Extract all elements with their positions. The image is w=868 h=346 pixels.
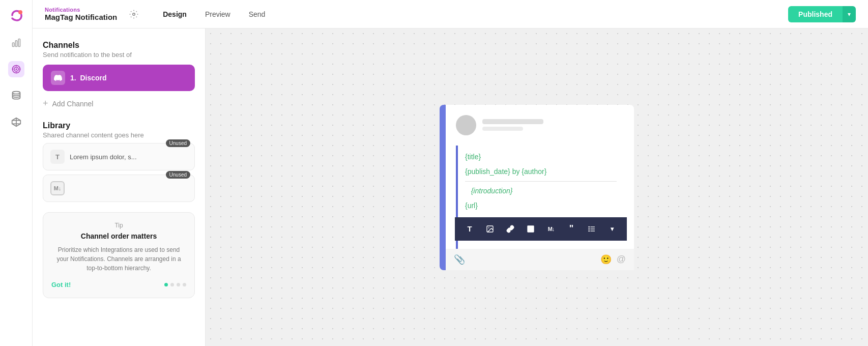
tip-dot-4 (183, 283, 186, 286)
attach-icon[interactable]: 📎 (454, 254, 465, 265)
svg-point-7 (15, 68, 17, 70)
nav-send[interactable]: Send (241, 7, 274, 21)
discord-message-header (456, 115, 624, 135)
tip-body: Prioritize which Integrations are used t… (51, 245, 186, 273)
add-channel-button[interactable]: + Add Channel (43, 96, 195, 111)
emoji-mention-icons: 🙂 @ (600, 254, 626, 265)
discord-channel-label: 1. Discord (70, 74, 107, 82)
sidebar-plugin-icon[interactable] (8, 114, 24, 130)
discord-field-date-author: {publish_date} by {author} (465, 166, 617, 177)
discord-field-url: {url} (465, 200, 617, 211)
content-area: Channels Send notification to the best o… (33, 28, 868, 346)
discord-channel-item[interactable]: 1. Discord (43, 65, 195, 91)
library-markdown-icon: M↓ (50, 181, 65, 195)
toolbar-link-button[interactable] (502, 221, 519, 237)
left-sidebar (0, 0, 33, 346)
toolbar-more-button[interactable]: ▾ (603, 221, 621, 237)
svg-point-12 (12, 92, 20, 94)
header-title-block: Notifications MagTag Notification (45, 7, 117, 21)
channels-section: Channels Send notification to the best o… (43, 41, 195, 111)
emoji-icon[interactable]: 🙂 (600, 254, 612, 265)
discord-avatar (456, 115, 476, 135)
left-panel: Channels Send notification to the best o… (33, 28, 206, 346)
discord-preview-wrapper: {title} {publish_date} by {author} {intr… (440, 105, 634, 270)
unused-badge-2: Unused (166, 171, 190, 179)
sidebar-analytics-icon[interactable] (8, 35, 24, 51)
published-button[interactable]: Published (788, 6, 843, 22)
library-section: Library Shared channel content goes here… (43, 121, 195, 202)
sidebar-database-icon[interactable] (8, 88, 24, 104)
svg-point-17 (133, 13, 135, 15)
tip-dot-2 (170, 283, 174, 286)
channels-subtitle: Send notification to the best of (43, 51, 195, 59)
library-subtitle: Shared channel content goes here (43, 131, 195, 139)
discord-main-content: {title} {publish_date} by {author} {intr… (446, 105, 634, 270)
svg-point-19 (488, 227, 489, 228)
discord-time-line (482, 127, 523, 131)
svg-point-30 (589, 230, 589, 231)
channels-list: 1. Discord (43, 65, 195, 91)
tip-dot-1 (164, 283, 168, 286)
toolbar-markdown-button[interactable]: M↓ (542, 221, 560, 237)
discord-toolbar: T M↓ " (455, 217, 627, 241)
published-caret-button[interactable]: ▾ (843, 6, 856, 22)
tip-title: Channel order matters (51, 232, 186, 240)
add-channel-label: Add Channel (52, 100, 94, 108)
header-subtitle: Notifications (45, 7, 117, 13)
tip-box: Tip Channel order matters Prioritize whi… (43, 212, 195, 298)
channels-title: Channels (43, 41, 195, 50)
svg-point-29 (589, 228, 589, 229)
discord-name-block (482, 119, 543, 131)
tip-label: Tip (51, 222, 186, 229)
discord-input-area: 📎 🙂 @ (446, 249, 634, 270)
header-title: MagTag Notification (45, 13, 117, 21)
svg-rect-20 (528, 226, 534, 232)
discord-embed: {title} {publish_date} by {author} {intr… (456, 146, 624, 249)
nav-preview[interactable]: Preview (197, 7, 239, 21)
add-channel-plus: + (43, 98, 48, 109)
toolbar-table-button[interactable] (522, 221, 539, 237)
svg-point-1 (18, 10, 22, 14)
toolbar-list-button[interactable] (583, 221, 600, 237)
header-nav: Design Preview Send (155, 7, 273, 21)
header: Notifications MagTag Notification Design… (33, 0, 868, 28)
settings-icon[interactable] (129, 10, 138, 19)
mention-icon[interactable]: @ (617, 254, 626, 265)
sidebar-target-icon[interactable] (8, 61, 24, 77)
toolbar-text-button[interactable]: T (461, 221, 478, 237)
toolbar-image-button[interactable] (481, 221, 499, 237)
toolbar-quote-button[interactable]: " (563, 221, 580, 237)
svg-rect-4 (18, 39, 20, 47)
library-text-icon: T (50, 150, 65, 164)
svg-rect-3 (15, 41, 17, 47)
library-title: Library (43, 121, 195, 130)
library-text-content: Lorem ipsum dolor, s... (70, 153, 187, 161)
published-button-group: Published ▾ (788, 6, 856, 22)
right-panel: {title} {publish_date} by {author} {intr… (206, 28, 868, 346)
app-logo[interactable] (7, 6, 25, 24)
discord-card: {title} {publish_date} by {author} {intr… (446, 105, 634, 249)
svg-point-0 (7, 6, 25, 24)
discord-divider (465, 181, 617, 182)
tip-dots (164, 283, 186, 286)
nav-design[interactable]: Design (155, 7, 195, 21)
tip-got-it-button[interactable]: Got it! (51, 281, 71, 289)
tip-footer: Got it! (51, 281, 186, 289)
discord-sidebar-accent (440, 105, 446, 270)
library-item-text[interactable]: Unused T Lorem ipsum dolor, s... (43, 143, 195, 170)
tip-dot-3 (177, 283, 180, 286)
discord-name-line (482, 119, 543, 124)
unused-badge-1: Unused (166, 139, 190, 147)
discord-icon (51, 71, 65, 85)
library-item-markdown[interactable]: Unused M↓ (43, 175, 195, 202)
discord-field-intro: {introduction} (465, 186, 617, 196)
svg-rect-2 (12, 43, 14, 47)
discord-field-title: {title} (465, 152, 617, 162)
svg-point-28 (589, 226, 589, 227)
main-content: Notifications MagTag Notification Design… (33, 0, 868, 346)
